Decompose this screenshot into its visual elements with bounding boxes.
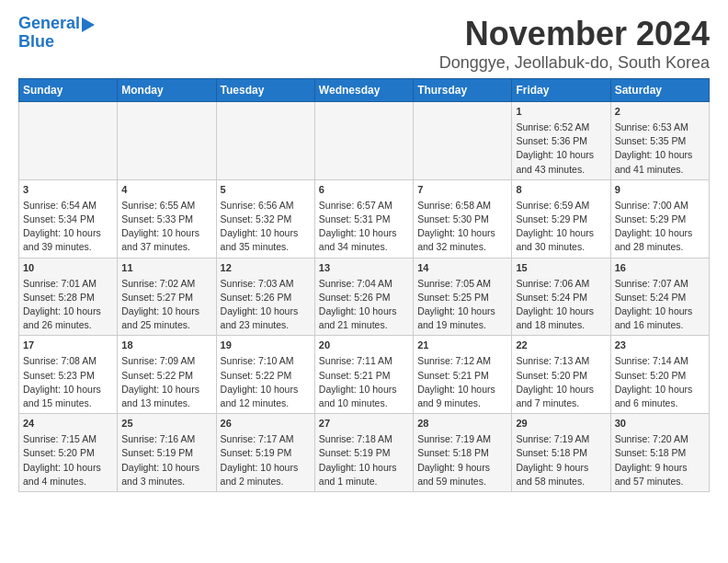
day-info-line: Sunrise: 7:07 AM bbox=[615, 277, 705, 291]
month-title: November 2024 bbox=[439, 15, 710, 53]
calendar-cell: 9Sunrise: 7:00 AMSunset: 5:29 PMDaylight… bbox=[610, 179, 709, 258]
day-number: 13 bbox=[319, 261, 409, 276]
day-info-line: Daylight: 10 hours and 43 minutes. bbox=[516, 148, 606, 176]
weekday-header-monday: Monday bbox=[118, 79, 216, 102]
day-info-line: Daylight: 10 hours and 34 minutes. bbox=[319, 226, 409, 254]
day-info-line: Sunrise: 7:04 AM bbox=[319, 277, 409, 291]
day-info-line: Sunrise: 6:59 AM bbox=[516, 199, 606, 213]
weekday-header-tuesday: Tuesday bbox=[216, 79, 314, 102]
calendar-cell bbox=[19, 102, 118, 180]
day-info-line: Sunrise: 7:15 AM bbox=[23, 432, 113, 446]
calendar-cell: 28Sunrise: 7:19 AMSunset: 5:18 PMDayligh… bbox=[414, 414, 512, 492]
day-info-line: Sunrise: 7:14 AM bbox=[615, 354, 705, 368]
day-info-line: Sunrise: 6:53 AM bbox=[615, 121, 705, 134]
day-info-line: Sunrise: 7:08 AM bbox=[23, 354, 113, 368]
calendar-week-row: 3Sunrise: 6:54 AMSunset: 5:34 PMDaylight… bbox=[19, 179, 710, 258]
calendar-cell: 20Sunrise: 7:11 AMSunset: 5:21 PMDayligh… bbox=[314, 336, 413, 414]
day-info-line: Sunrise: 6:55 AM bbox=[121, 199, 211, 213]
day-number: 28 bbox=[417, 417, 507, 431]
day-info-line: Sunrise: 7:12 AM bbox=[417, 354, 507, 368]
day-info-line: Daylight: 10 hours and 28 minutes. bbox=[615, 226, 705, 254]
day-info-line: Sunrise: 7:06 AM bbox=[516, 277, 606, 291]
day-info-line: Sunrise: 7:19 AM bbox=[417, 432, 507, 446]
day-number: 18 bbox=[121, 339, 211, 353]
day-info-line: Sunrise: 7:03 AM bbox=[221, 277, 311, 291]
day-number: 1 bbox=[516, 105, 606, 120]
weekday-header-thursday: Thursday bbox=[414, 79, 512, 102]
logo-arrow-icon bbox=[82, 17, 95, 32]
day-info-line: Sunrise: 7:00 AM bbox=[615, 199, 705, 213]
day-number: 22 bbox=[516, 339, 606, 353]
calendar-cell: 3Sunrise: 6:54 AMSunset: 5:34 PMDaylight… bbox=[19, 179, 118, 258]
calendar-cell: 2Sunrise: 6:53 AMSunset: 5:35 PMDaylight… bbox=[610, 102, 709, 180]
day-info-line: Sunrise: 7:16 AM bbox=[121, 432, 211, 446]
day-info-line: Daylight: 9 hours and 59 minutes. bbox=[417, 461, 507, 488]
day-info-line: Sunset: 5:27 PM bbox=[121, 291, 211, 304]
calendar-cell: 1Sunrise: 6:52 AMSunset: 5:36 PMDaylight… bbox=[512, 102, 610, 180]
day-info-line: Sunrise: 7:17 AM bbox=[221, 432, 311, 446]
day-info-line: Sunrise: 6:52 AM bbox=[516, 121, 606, 134]
day-info-line: Sunset: 5:29 PM bbox=[615, 213, 705, 226]
day-number: 30 bbox=[615, 417, 705, 431]
calendar-cell: 7Sunrise: 6:58 AMSunset: 5:30 PMDaylight… bbox=[414, 179, 512, 258]
day-number: 11 bbox=[121, 261, 211, 276]
day-info-line: Sunset: 5:19 PM bbox=[121, 446, 211, 460]
day-info-line: Daylight: 10 hours and 10 minutes. bbox=[319, 383, 409, 410]
day-number: 2 bbox=[615, 105, 705, 120]
weekday-header-wednesday: Wednesday bbox=[314, 79, 413, 102]
day-number: 14 bbox=[417, 261, 507, 276]
day-info-line: Sunrise: 7:01 AM bbox=[23, 277, 113, 291]
day-info-line: Sunrise: 7:19 AM bbox=[516, 432, 606, 446]
day-info-line: Sunrise: 7:10 AM bbox=[221, 354, 311, 368]
day-info-line: Daylight: 10 hours and 32 minutes. bbox=[417, 226, 507, 254]
day-number: 20 bbox=[319, 339, 409, 353]
day-info-line: Daylight: 10 hours and 41 minutes. bbox=[615, 148, 705, 176]
day-info-line: Daylight: 10 hours and 35 minutes. bbox=[221, 226, 311, 254]
calendar-table: SundayMondayTuesdayWednesdayThursdayFrid… bbox=[18, 78, 710, 492]
calendar-cell: 29Sunrise: 7:19 AMSunset: 5:18 PMDayligh… bbox=[512, 414, 610, 492]
day-info-line: Daylight: 10 hours and 39 minutes. bbox=[23, 226, 113, 254]
calendar-cell: 23Sunrise: 7:14 AMSunset: 5:20 PMDayligh… bbox=[610, 336, 709, 414]
day-info-line: Daylight: 10 hours and 3 minutes. bbox=[121, 461, 211, 488]
weekday-header-sunday: Sunday bbox=[19, 79, 118, 102]
day-info-line: Sunset: 5:22 PM bbox=[221, 369, 311, 383]
day-info-line: Sunrise: 6:56 AM bbox=[221, 199, 311, 213]
day-number: 15 bbox=[516, 261, 606, 276]
calendar-cell: 27Sunrise: 7:18 AMSunset: 5:19 PMDayligh… bbox=[314, 414, 413, 492]
day-info-line: Sunrise: 6:57 AM bbox=[319, 199, 409, 213]
day-info-line: Sunset: 5:30 PM bbox=[417, 213, 507, 226]
calendar-cell: 17Sunrise: 7:08 AMSunset: 5:23 PMDayligh… bbox=[19, 336, 118, 414]
day-number: 7 bbox=[417, 183, 507, 198]
day-info-line: Daylight: 10 hours and 23 minutes. bbox=[221, 304, 311, 332]
day-number: 8 bbox=[516, 183, 606, 198]
calendar-cell: 18Sunrise: 7:09 AMSunset: 5:22 PMDayligh… bbox=[118, 336, 216, 414]
calendar-cell: 4Sunrise: 6:55 AMSunset: 5:33 PMDaylight… bbox=[118, 179, 216, 258]
day-number: 27 bbox=[319, 417, 409, 431]
day-info-line: Sunrise: 7:05 AM bbox=[417, 277, 507, 291]
day-info-line: Daylight: 9 hours and 57 minutes. bbox=[615, 461, 705, 488]
day-info-line: Daylight: 10 hours and 30 minutes. bbox=[516, 226, 606, 254]
calendar-cell: 24Sunrise: 7:15 AMSunset: 5:20 PMDayligh… bbox=[19, 414, 118, 492]
calendar-week-row: 1Sunrise: 6:52 AMSunset: 5:36 PMDaylight… bbox=[19, 102, 710, 180]
day-info-line: Daylight: 9 hours and 58 minutes. bbox=[516, 461, 606, 488]
day-info-line: Sunset: 5:36 PM bbox=[516, 134, 606, 148]
day-info-line: Sunrise: 7:18 AM bbox=[319, 432, 409, 446]
weekday-header-friday: Friday bbox=[512, 79, 610, 102]
day-number: 21 bbox=[417, 339, 507, 353]
day-info-line: Sunrise: 6:54 AM bbox=[23, 199, 113, 213]
day-info-line: Sunset: 5:34 PM bbox=[23, 213, 113, 226]
day-info-line: Daylight: 10 hours and 9 minutes. bbox=[417, 383, 507, 410]
day-info-line: Sunrise: 7:20 AM bbox=[615, 432, 705, 446]
day-info-line: Sunset: 5:18 PM bbox=[417, 446, 507, 460]
day-info-line: Daylight: 10 hours and 25 minutes. bbox=[121, 304, 211, 332]
day-info-line: Sunset: 5:25 PM bbox=[417, 291, 507, 304]
day-number: 4 bbox=[121, 183, 211, 198]
day-info-line: Daylight: 10 hours and 6 minutes. bbox=[615, 383, 705, 410]
day-info-line: Daylight: 10 hours and 19 minutes. bbox=[417, 304, 507, 332]
day-info-line: Sunset: 5:19 PM bbox=[221, 446, 311, 460]
day-info-line: Sunset: 5:26 PM bbox=[319, 291, 409, 304]
day-info-line: Sunset: 5:28 PM bbox=[23, 291, 113, 304]
day-info-line: Sunset: 5:32 PM bbox=[221, 213, 311, 226]
day-number: 26 bbox=[221, 417, 311, 431]
day-number: 29 bbox=[516, 417, 606, 431]
